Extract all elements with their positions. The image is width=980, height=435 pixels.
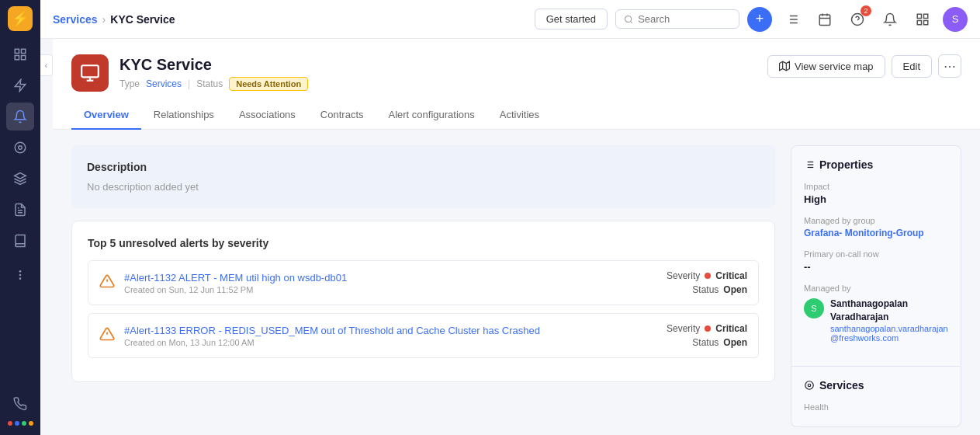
body-right: Properties Impact High Managed by group … [791,145,961,427]
managed-by-section: Managed by S Santhanagopalan Varadharaja… [804,284,948,343]
breadcrumb-separator: › [102,13,106,26]
service-icon [71,54,109,92]
tab-alert-configurations[interactable]: Alert configurations [376,101,487,130]
description-empty: No description added yet [87,181,760,193]
sidebar-item-more-top[interactable] [6,261,34,289]
type-label: Type [119,78,140,89]
svg-rect-30 [924,20,928,24]
svg-line-14 [630,21,632,23]
managed-by-group-section: Managed by group Grafana- Monitoring-Gro… [804,216,948,238]
type-value[interactable]: Services [146,78,182,89]
sidebar-item-alerts[interactable] [6,103,34,130]
alert-severity-1132: Severity Critical [667,270,747,281]
services-panel-icon [804,380,815,391]
sidebar-collapse-handle[interactable]: ‹ [40,39,53,435]
more-options-button[interactable]: ⋯ [938,54,961,78]
svg-rect-27 [917,14,921,18]
body-content: Description No description added yet Top… [53,130,980,435]
topnav-actions: Get started + 2 S [535,7,968,32]
alert-severity-1133: Severity Critical [667,323,747,334]
description-box: Description No description added yet [71,145,775,208]
sidebar-item-services[interactable] [6,134,34,162]
alert-item-1133: #Alert-1133 ERROR - REDIS_USED_MEM out o… [88,313,759,358]
svg-marker-34 [780,61,790,71]
breadcrumb-current: KYC Service [110,13,175,26]
search-box[interactable] [615,9,739,29]
service-title-row: KYC Service Type Services | Status Needs… [71,54,961,92]
impact-section: Impact High [804,182,948,205]
service-header: KYC Service Type Services | Status Needs… [53,39,980,130]
alert-title-1133[interactable]: #Alert-1133 ERROR - REDIS_USED_MEM out o… [124,325,657,336]
service-info: KYC Service Type Services | Status Needs… [119,56,308,91]
primary-oncall-label: Primary on-call now [804,249,948,259]
help-icon[interactable]: 2 [845,7,870,32]
tab-relationships[interactable]: Relationships [141,101,227,130]
properties-panel: Properties Impact High Managed by group … [791,145,961,367]
sidebar-color-dots [8,421,33,426]
alert-warning-icon-1 [99,273,115,293]
svg-rect-29 [917,20,921,24]
alert-warning-icon-2 [99,326,115,346]
svg-point-12 [19,277,22,280]
sidebar-item-runbooks[interactable] [6,227,34,255]
alerts-title: Top 5 unresolved alerts by severity [88,237,759,249]
view-service-map-button[interactable]: View service map [767,55,885,78]
properties-title: Properties [804,158,948,171]
sidebar-item-layers[interactable] [6,165,34,193]
search-icon [624,14,633,25]
tab-activities[interactable]: Activities [487,101,552,130]
svg-point-6 [15,142,26,153]
svg-point-10 [19,270,22,273]
svg-rect-1 [22,49,26,53]
alerts-box: Top 5 unresolved alerts by severity #Ale… [71,221,775,382]
managed-by-label: Managed by [804,284,948,293]
alert-created-1133: Created on Mon, 13 Jun 12:00 AM [124,338,657,347]
meta-separator: | [188,78,190,89]
sidebar-item-reports[interactable] [6,196,34,224]
sidebar-item-home[interactable] [6,40,34,68]
alert-body-1132: #Alert-1132 ALERT - MEM util high on wsd… [124,272,657,294]
tab-overview[interactable]: Overview [71,101,141,130]
breadcrumb-services-link[interactable]: Services [53,13,98,26]
managed-by-avatar: S [804,298,824,318]
alert-status-1133: Status Open [692,337,747,348]
svg-point-48 [805,381,814,389]
sidebar-item-phone[interactable] [6,390,34,418]
tabs: Overview Relationships Associations Cont… [71,101,961,129]
svg-point-11 [19,274,22,277]
managed-by-email[interactable]: santhanagopalan.varadharajan@freshworks.… [830,324,948,343]
status-badge: Needs Attention [229,77,308,91]
managed-by-group-label: Managed by group [804,216,948,225]
add-button[interactable]: + [747,7,772,32]
tab-associations[interactable]: Associations [227,101,308,130]
apps-icon[interactable] [910,7,935,32]
health-label: Health [804,402,948,412]
service-meta: Type Services | Status Needs Attention [119,77,308,91]
services-panel-title: Services [804,379,948,392]
impact-label: Impact [804,182,948,191]
svg-rect-28 [924,14,928,18]
svg-point-5 [19,146,23,150]
svg-marker-7 [15,173,26,179]
task-list-icon[interactable] [780,7,805,32]
bell-icon[interactable] [878,7,902,32]
alert-title-1132[interactable]: #Alert-1132 ALERT - MEM util high on wsd… [124,272,657,284]
calendar-icon[interactable] [812,7,837,32]
get-started-button[interactable]: Get started [535,9,608,30]
app-logo[interactable]: ⚡ [8,6,33,31]
svg-rect-3 [22,56,26,60]
sidebar-item-incidents[interactable] [6,71,34,99]
properties-icon [804,159,815,170]
managed-by-group-value[interactable]: Grafana- Monitoring-Group [804,228,948,238]
search-input[interactable] [638,13,731,25]
user-avatar[interactable]: S [943,7,968,32]
alert-status-1132: Status Open [692,284,747,295]
edit-button[interactable]: Edit [892,55,932,78]
services-side-panel: Services Health [791,367,961,427]
svg-point-13 [625,16,632,22]
body-left: Description No description added yet Top… [71,145,775,427]
svg-marker-4 [15,80,26,92]
svg-rect-21 [819,15,830,26]
tab-contracts[interactable]: Contracts [308,101,376,130]
alert-created-1132: Created on Sun, 12 Jun 11:52 PM [124,285,657,294]
